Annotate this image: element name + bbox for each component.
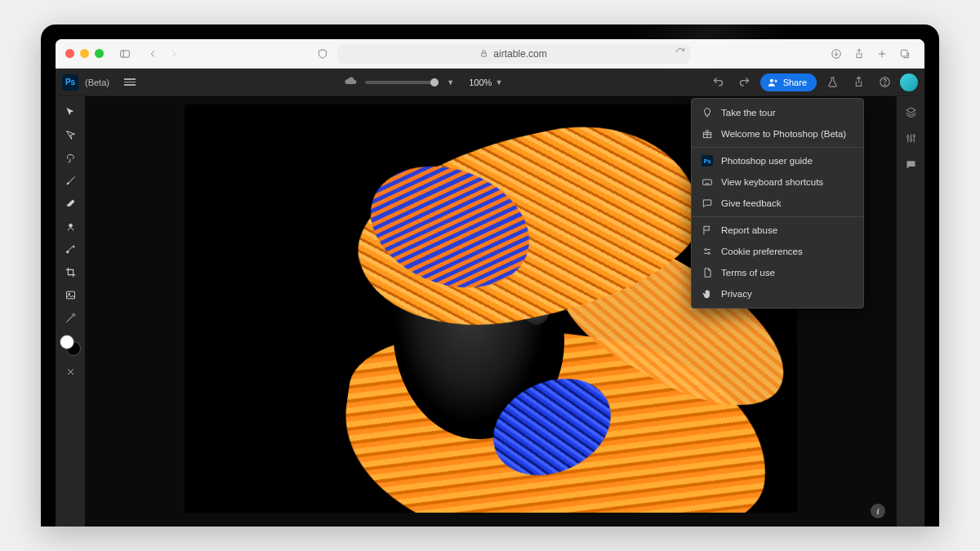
photoshop-logo[interactable]: Ps (62, 74, 78, 91)
svg-point-14 (884, 84, 885, 85)
svg-point-35 (910, 139, 912, 141)
maximize-window-button[interactable] (95, 49, 104, 58)
zoom-control[interactable]: 100% ▼ (469, 78, 502, 87)
canvas-area[interactable]: Take the tour Welcome to Photoshop (Beta… (85, 96, 897, 527)
app-topbar: Ps (Beta) ▼ 100% ▼ (56, 69, 924, 96)
help-item-label: Cookie preferences (721, 247, 803, 256)
new-tab-button[interactable] (872, 44, 892, 64)
help-item-label: Welcome to Photoshop (Beta) (721, 129, 846, 139)
help-button[interactable] (874, 72, 895, 93)
svg-point-16 (66, 251, 69, 253)
help-item-label: Privacy (721, 289, 752, 299)
chevron-down-icon: ▼ (495, 78, 502, 87)
screen: airtable.com Ps (Beta) ▼ (56, 39, 924, 527)
help-item-label: Report abuse (721, 225, 777, 235)
info-button[interactable]: i (871, 504, 885, 518)
color-swatch[interactable] (60, 335, 81, 356)
main-menu-button[interactable] (121, 75, 139, 89)
opacity-slider[interactable] (365, 81, 439, 84)
help-item-privacy[interactable]: Privacy (692, 283, 863, 304)
sidebar-toggle-button[interactable] (115, 44, 135, 64)
help-item-terms[interactable]: Terms of use (692, 262, 863, 283)
brush-tool[interactable] (59, 170, 82, 191)
help-item-welcome[interactable]: Welcome to Photoshop (Beta) (692, 123, 863, 144)
image-tool[interactable] (59, 284, 82, 305)
user-avatar[interactable] (900, 73, 918, 91)
svg-point-15 (69, 224, 72, 227)
help-item-label: Take the tour (721, 108, 775, 118)
photoshop-mini-icon: Ps (702, 155, 713, 167)
healing-brush-tool[interactable] (59, 238, 82, 260)
help-item-user-guide[interactable]: Ps Photoshop user guide (692, 150, 863, 171)
sliders-icon (702, 246, 713, 257)
forward-button[interactable] (164, 44, 184, 64)
window-controls (65, 49, 104, 58)
flag-icon (702, 224, 713, 236)
help-item-tour[interactable]: Take the tour (692, 102, 863, 123)
svg-point-17 (73, 246, 74, 247)
help-item-label: Give feedback (721, 198, 782, 208)
keyboard-icon (702, 176, 713, 188)
move-tool[interactable] (59, 101, 82, 122)
crop-tool[interactable] (59, 261, 82, 282)
photoshop-app: Ps (Beta) ▼ 100% ▼ (56, 69, 924, 527)
swap-colors-button[interactable] (59, 361, 82, 382)
menu-separator (692, 216, 863, 217)
eraser-tool[interactable] (59, 193, 82, 214)
help-item-label: Photoshop user guide (721, 156, 813, 166)
zoom-value: 100% (469, 78, 492, 87)
lock-icon (479, 49, 488, 58)
app-body: Take the tour Welcome to Photoshop (Beta… (56, 96, 924, 527)
svg-rect-18 (66, 291, 74, 299)
layers-panel-button[interactable] (900, 101, 921, 122)
tabs-overview-button[interactable] (895, 44, 915, 64)
svg-point-9 (769, 78, 773, 82)
url-host: airtable.com (493, 48, 546, 60)
back-button[interactable] (143, 44, 163, 64)
share-button[interactable]: Share (760, 73, 817, 91)
help-item-shortcuts[interactable]: View keyboard shortcuts (692, 171, 863, 193)
help-item-label: View keyboard shortcuts (721, 177, 823, 187)
redo-button[interactable] (734, 72, 755, 93)
help-item-cookies[interactable]: Cookie preferences (692, 241, 863, 262)
undo-button[interactable] (708, 72, 729, 93)
svg-rect-2 (482, 53, 487, 56)
svg-rect-23 (703, 180, 712, 184)
eyedropper-tool[interactable] (59, 307, 82, 328)
refresh-button[interactable] (675, 47, 685, 60)
export-icon[interactable] (848, 72, 869, 93)
lightbulb-icon (702, 107, 713, 118)
svg-rect-8 (901, 50, 907, 56)
lasso-tool[interactable] (59, 124, 82, 145)
adjustments-panel-button[interactable] (900, 127, 921, 149)
chevron-down-icon[interactable]: ▼ (447, 78, 454, 87)
share-button[interactable] (849, 44, 869, 64)
cloud-sync-icon[interactable] (344, 74, 357, 91)
beaker-icon[interactable] (822, 72, 843, 93)
downloads-button[interactable] (826, 44, 846, 64)
svg-point-37 (913, 135, 915, 137)
help-item-report[interactable]: Report abuse (692, 220, 863, 241)
right-rail (897, 96, 924, 527)
beta-label: (Beta) (85, 78, 109, 87)
browser-toolbar: airtable.com (56, 39, 924, 69)
svg-point-31 (708, 252, 710, 254)
laptop-frame: airtable.com Ps (Beta) ▼ (41, 24, 939, 527)
help-menu: Take the tour Welcome to Photoshop (Beta… (691, 98, 864, 309)
foreground-color[interactable] (60, 335, 74, 349)
selection-tool[interactable] (59, 147, 82, 168)
menu-separator (692, 147, 863, 148)
privacy-shield-icon[interactable] (314, 44, 331, 64)
svg-rect-0 (121, 50, 130, 56)
clone-stamp-tool[interactable] (59, 216, 82, 237)
address-bar[interactable]: airtable.com (337, 44, 690, 64)
topbar-right: Share (708, 72, 918, 93)
document-icon (702, 267, 713, 278)
help-item-feedback[interactable]: Give feedback (692, 193, 863, 214)
svg-point-33 (906, 136, 909, 138)
close-window-button[interactable] (65, 49, 74, 58)
comments-panel-button[interactable] (900, 153, 921, 175)
minimize-window-button[interactable] (80, 49, 89, 58)
chat-icon (702, 198, 713, 209)
help-item-label: Terms of use (721, 268, 775, 278)
